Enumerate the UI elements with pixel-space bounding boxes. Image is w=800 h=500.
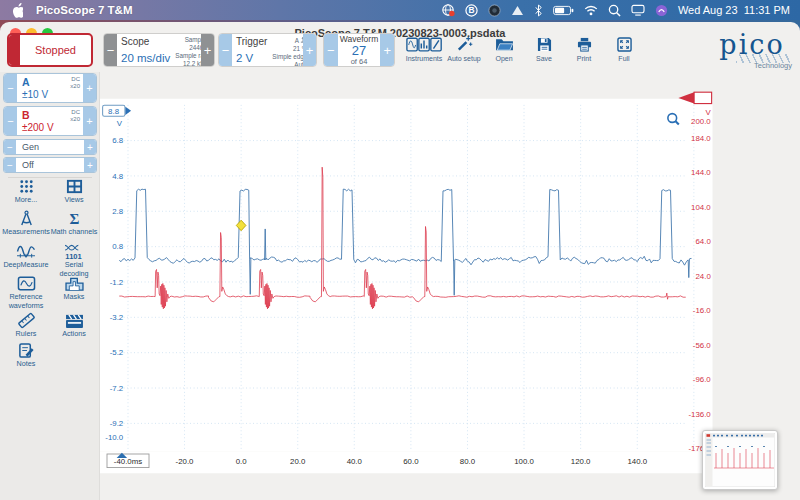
y-axis-right-tick-label: 64.0 — [695, 237, 711, 246]
generator-decrease-button[interactable]: − — [4, 140, 16, 154]
sidebar-tool-deepmeasure[interactable]: DeepMeasure — [0, 243, 52, 270]
sidebar-tool-measurements[interactable]: Measurements — [0, 210, 52, 237]
y-axis-right-tick-label: 104.0 — [691, 203, 711, 212]
overview-thumbnail[interactable] — [702, 430, 778, 490]
sidebar-tool-label: Masks — [50, 293, 98, 302]
reference-waveform-icon — [0, 275, 52, 292]
y-axis-left-tick-label: -7.2 — [110, 384, 124, 393]
sidebar-tool-label: DeepMeasure — [0, 261, 52, 270]
waveform-next-button[interactable]: + — [380, 34, 394, 66]
toolbar-buttons: InstrumentsAuto setupOpenSavePrintFull — [404, 34, 644, 62]
waveform-panel-body[interactable]: Waveform 27 of 64 — [338, 34, 381, 66]
scope-increase-button[interactable]: + — [201, 34, 214, 66]
sidebar-tool-reference-waveforms[interactable]: Reference waveforms — [0, 275, 52, 310]
toolbar-button-label: Print — [564, 55, 604, 62]
save-floppy-icon — [524, 34, 564, 52]
generator-label: Gen — [16, 140, 84, 154]
pico-logo: pico Technology — [710, 31, 794, 70]
sidebar-tool-label: Actions — [52, 330, 96, 339]
display-icon[interactable] — [631, 4, 645, 16]
stopped-button[interactable]: Stopped — [7, 33, 93, 67]
x-axis-offset-handle[interactable]: -40.0ms — [107, 453, 149, 468]
rulers-icon — [4, 312, 48, 329]
save-button[interactable]: Save — [524, 34, 564, 62]
x-axis-tick-label: 140.0 — [627, 457, 647, 466]
y-axis-left-unit: V — [117, 119, 123, 128]
channel-b-name: B — [22, 109, 30, 121]
circle-b-icon[interactable]: B — [465, 4, 478, 17]
x-axis-tick-label: 80.0 — [460, 457, 476, 466]
print-button[interactable]: Print — [564, 34, 604, 62]
channel-a-panel[interactable]: − A DCx20 ±10 V + — [3, 73, 97, 103]
sidebar-tool-label: More... — [4, 196, 48, 205]
generator-row[interactable]: − Gen + — [3, 139, 97, 155]
channel-a-coupling: DCx20 — [70, 76, 80, 90]
scope-panel: − Scope 20 ms/div Samples 2446 S Sample … — [103, 33, 215, 67]
y-axis-right-unit: V — [706, 108, 712, 117]
x-axis-tick-label: 0.0 — [236, 457, 248, 466]
scope-panel-body[interactable]: Scope 20 ms/div Samples 2446 S Sample ra… — [117, 34, 201, 66]
instruments-button[interactable]: Instruments — [404, 34, 444, 62]
scope-decrease-button[interactable]: − — [104, 34, 117, 66]
scope-timebase-value: 20 ms/div — [121, 52, 170, 64]
menu-bar-app-name[interactable]: PicoScope 7 T&M — [36, 4, 133, 16]
trigger-decrease-button[interactable]: − — [219, 34, 232, 66]
auto-setup-button[interactable]: Auto setup — [444, 34, 484, 62]
pico-logo-text: pico — [710, 31, 794, 58]
globe-red-badge-icon[interactable] — [441, 3, 455, 17]
x-axis-tick-label: -20.0 — [176, 457, 195, 466]
apple-menu-icon[interactable] — [10, 3, 24, 18]
menu-bar-status-icons: B — [441, 3, 668, 17]
sidebar-tool-rulers[interactable]: Rulers — [4, 312, 48, 339]
wifi-icon[interactable] — [584, 5, 598, 16]
y-axis-left-tick-label: 2.8 — [112, 207, 124, 216]
sidebar-tool-math-channels[interactable]: ΣMath channels — [50, 210, 98, 237]
purple-circle-icon[interactable] — [655, 4, 668, 17]
x-axis-tick-label: 60.0 — [403, 457, 419, 466]
input-triangle-icon[interactable] — [511, 5, 524, 16]
sidebar-tool-label: Math channels — [50, 228, 98, 237]
full-button[interactable]: Full — [604, 34, 644, 62]
battery-icon[interactable] — [553, 5, 574, 16]
generator-off-decrease-button[interactable]: − — [4, 158, 16, 172]
y-axis-right-tick-label: 24.0 — [695, 272, 711, 281]
open-button[interactable]: Open — [484, 34, 524, 62]
trigger-panel-body[interactable]: Trigger 2 V A 21 % Simple edge Auto — [232, 34, 303, 66]
bluetooth-icon[interactable] — [534, 4, 543, 17]
y-axis-left-tick-label: 4.8 — [112, 172, 124, 181]
x-axis-tick-label: -40.0ms — [114, 457, 142, 466]
scope-label: Scope — [121, 36, 170, 47]
sidebar-tool-more[interactable]: More... — [4, 178, 48, 205]
channel-a-decrease-button[interactable]: − — [4, 74, 17, 102]
x-axis-tick-label: 120.0 — [571, 457, 591, 466]
sidebar-tool-label: Notes — [4, 360, 48, 369]
menu-bar-clock[interactable]: Wed Aug 23 11:31 PM — [678, 4, 790, 16]
trigger-increase-button[interactable]: + — [303, 34, 316, 66]
generator-off-row[interactable]: − Off + — [3, 157, 97, 173]
sidebar-tool-masks[interactable]: Masks — [50, 275, 98, 302]
dark-circle-icon[interactable] — [488, 4, 501, 17]
sidebar-tool-notes[interactable]: Notes — [4, 342, 48, 369]
channel-b-decrease-button[interactable]: − — [4, 107, 17, 135]
masks-icon — [50, 275, 98, 292]
waveform-number: 27 — [352, 44, 366, 57]
waveform-previous-button[interactable]: − — [324, 34, 338, 66]
search-icon[interactable] — [608, 4, 621, 17]
sidebar-tool-label: Views — [52, 196, 96, 205]
more-grid-icon — [4, 178, 48, 195]
y-axis-right-top-label: 200.0 — [691, 117, 711, 126]
channel-b-increase-button[interactable]: + — [83, 107, 96, 135]
sidebar-tool-serial-decoding[interactable]: 1101Serial decoding — [50, 243, 98, 278]
channel-b-panel[interactable]: − B DCx20 ±200 V + — [3, 106, 97, 136]
toolbar-button-label: Save — [524, 55, 564, 62]
sidebar: − A DCx20 ±10 V + − B DCx20 ±200 V + − — [0, 72, 100, 500]
sidebar-tool-views[interactable]: Views — [52, 178, 96, 205]
generator-off-increase-button[interactable]: + — [84, 158, 96, 172]
generator-increase-button[interactable]: + — [84, 140, 96, 154]
sidebar-tool-actions[interactable]: Actions — [52, 312, 96, 339]
toolbar-button-label: Auto setup — [444, 55, 484, 62]
scope-plot[interactable]: 6.84.82.80.8-1.2-3.2-5.2-7.2-9.2-10.0V8.… — [100, 72, 800, 500]
channel-a-increase-button[interactable]: + — [83, 74, 96, 102]
y-axis-right-tick-label: -136.0 — [688, 410, 711, 419]
y-axis-left-tick-label: -9.2 — [110, 419, 124, 428]
